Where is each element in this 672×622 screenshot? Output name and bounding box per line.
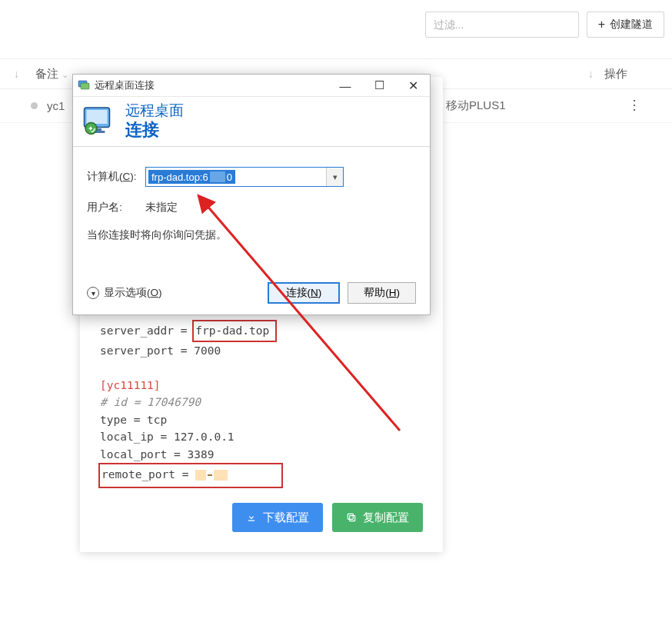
censored-value [195,470,206,481]
rdc-window: 远程桌面连接 ― ☐ ✕ 远程桌面 连接 计算机(C): frp-dad.top… [72,74,431,315]
create-label: 创建隧道 [610,18,653,32]
rdc-app-icon [78,79,90,91]
remote-port-highlight: remote_port = [98,463,283,488]
download-config-button[interactable]: 下载配置 [232,503,323,532]
filter-input[interactable] [425,12,579,38]
create-tunnel-button[interactable]: + 创建隧道 [587,12,664,38]
censored-port [210,171,225,182]
computer-combobox[interactable]: frp-dad.top:60 ▾ [145,167,344,187]
close-button[interactable]: ✕ [396,75,430,96]
svg-rect-0 [350,516,355,521]
sort-icon[interactable]: ↓ [14,68,25,80]
username-value: 未指定 [145,201,178,215]
rdc-header: 远程桌面 连接 [73,96,430,147]
copy-icon [346,512,357,523]
rdc-window-title: 远程桌面连接 [95,79,328,92]
show-options-toggle[interactable]: ▾ 显示选项(O) [87,286,162,300]
dropdown-arrow-icon[interactable]: ▾ [326,168,343,186]
row-menu-button[interactable]: ⋯ [627,98,644,114]
rdc-header-title2: 连接 [125,120,184,140]
rdc-header-icon [81,103,118,140]
status-dot-offline [31,102,38,109]
help-button[interactable]: 帮助(H) [348,282,416,304]
copy-config-button[interactable]: 复制配置 [332,503,423,532]
server-addr-highlight: frp-dad.top [192,320,277,342]
censored-value [214,470,228,481]
minimize-button[interactable]: ― [328,75,362,96]
credentials-hint: 当你连接时将向你询问凭据。 [87,228,416,242]
sort-icon-actions[interactable]: ↓ [588,68,594,80]
svg-rect-5 [87,110,108,124]
row-node: 移动PLUS1 [446,98,506,113]
svg-rect-1 [348,514,353,519]
plus-icon: + [598,18,605,31]
username-label: 用户名: [87,201,145,215]
chevron-down-icon: ▾ [87,287,99,299]
connect-button[interactable]: 连接(N) [268,282,341,304]
column-actions: 操作 [604,67,650,81]
download-icon [246,512,257,523]
rdc-titlebar[interactable]: 远程桌面连接 ― ☐ ✕ [73,75,430,96]
svg-rect-3 [81,83,89,89]
maximize-button[interactable]: ☐ [362,75,396,96]
rdc-header-title1: 远程桌面 [125,102,184,120]
computer-label: 计算机(C): [87,170,145,184]
computer-value-selected: frp-dad.top:60 [148,170,235,184]
config-code: server_addr = frp-dad.top server_port = … [100,320,423,488]
